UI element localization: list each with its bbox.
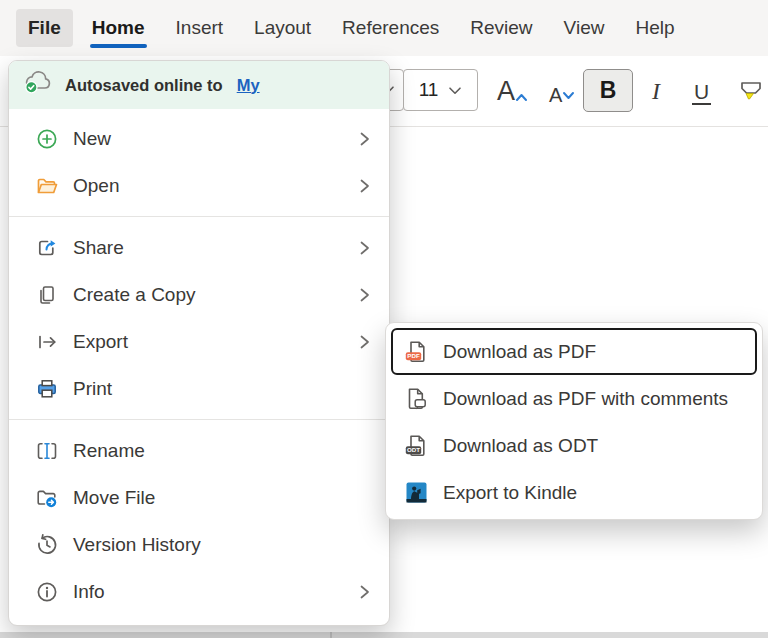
chevron-down-icon xyxy=(448,79,462,101)
copy-pages-icon xyxy=(35,283,59,307)
grow-font-label: A xyxy=(497,76,515,107)
tab-review[interactable]: Review xyxy=(470,17,532,39)
autosave-status-banner: Autosaved online to My xyxy=(9,61,389,109)
bold-button[interactable]: B xyxy=(583,69,633,112)
menu-item-new[interactable]: New xyxy=(9,115,389,162)
autosave-status-text: Autosaved online to xyxy=(65,76,223,95)
grow-font-button[interactable]: A xyxy=(497,76,528,109)
tab-layout[interactable]: Layout xyxy=(254,17,311,39)
open-folder-icon xyxy=(35,174,59,198)
file-menu-list: New Open xyxy=(9,109,389,623)
shrink-font-label: A xyxy=(549,84,562,107)
menu-item-create-a-copy[interactable]: Create a Copy xyxy=(9,271,389,318)
shrink-font-button[interactable]: A xyxy=(549,84,575,107)
cloud-check-icon xyxy=(23,71,54,99)
tab-help[interactable]: Help xyxy=(635,17,674,39)
highlighter-icon xyxy=(738,91,765,108)
svg-text:ODT: ODT xyxy=(407,446,420,453)
rename-cursor-icon xyxy=(35,439,59,463)
submenu-item-download-as-pdf[interactable]: PDF Download as PDF xyxy=(391,328,757,375)
tab-file[interactable]: File xyxy=(16,9,73,47)
svg-text:PDF: PDF xyxy=(407,352,420,359)
menu-separator xyxy=(9,216,389,217)
chevron-right-icon xyxy=(355,239,373,257)
submenu-item-download-as-odt[interactable]: ODT Download as ODT xyxy=(391,422,757,469)
caret-down-icon xyxy=(562,82,575,105)
underline-button[interactable]: U xyxy=(692,80,711,105)
chevron-right-icon xyxy=(355,286,373,304)
chevron-right-icon xyxy=(355,177,373,195)
export-submenu-panel: PDF Download as PDF Download as PDF with… xyxy=(385,322,763,520)
menu-item-open[interactable]: Open xyxy=(9,162,389,209)
caret-up-icon xyxy=(515,78,528,109)
chevron-right-icon xyxy=(355,130,373,148)
menu-item-info[interactable]: Info xyxy=(9,568,389,615)
font-size-dropdown[interactable]: 11 xyxy=(403,69,478,111)
chevron-right-icon xyxy=(355,333,373,351)
document-bottom-strip xyxy=(0,632,768,638)
bold-label: B xyxy=(600,77,617,104)
info-circle-icon xyxy=(35,580,59,604)
share-arrow-icon xyxy=(35,236,59,260)
ribbon-tab-bar: File Home Insert Layout References Revie… xyxy=(0,0,768,56)
menu-item-version-history[interactable]: Version History xyxy=(9,521,389,568)
tab-references[interactable]: References xyxy=(342,17,439,39)
text-highlight-button[interactable] xyxy=(738,78,765,109)
history-clock-icon xyxy=(35,533,59,557)
italic-button[interactable]: I xyxy=(644,78,668,105)
move-folder-icon xyxy=(35,486,59,510)
submenu-item-download-as-pdf-with-comments[interactable]: Download as PDF with comments xyxy=(391,375,757,422)
submenu-item-export-to-kindle[interactable]: Export to Kindle xyxy=(391,469,757,516)
chevron-right-icon xyxy=(355,583,373,601)
font-size-value: 11 xyxy=(419,79,439,101)
new-circle-plus-icon xyxy=(35,127,59,151)
menu-separator xyxy=(9,419,389,420)
menu-item-export[interactable]: Export xyxy=(9,318,389,365)
tab-insert[interactable]: Insert xyxy=(176,17,224,39)
export-arrow-icon xyxy=(35,330,59,354)
printer-icon xyxy=(35,377,59,401)
autosave-location-link[interactable]: My xyxy=(237,76,260,95)
tab-home[interactable]: Home xyxy=(92,17,145,39)
pdf-comments-file-icon xyxy=(403,386,430,412)
kindle-icon xyxy=(403,480,430,506)
tab-view[interactable]: View xyxy=(564,17,605,39)
menu-item-share[interactable]: Share xyxy=(9,224,389,271)
file-menu-panel: Autosaved online to My New Op xyxy=(8,60,390,626)
menu-item-rename[interactable]: Rename xyxy=(9,427,389,474)
menu-item-move-file[interactable]: Move File xyxy=(9,474,389,521)
odt-file-icon: ODT xyxy=(403,433,430,459)
pdf-file-icon: PDF xyxy=(403,339,430,365)
page-edge-marker xyxy=(330,632,332,638)
menu-item-print[interactable]: Print xyxy=(9,365,389,412)
